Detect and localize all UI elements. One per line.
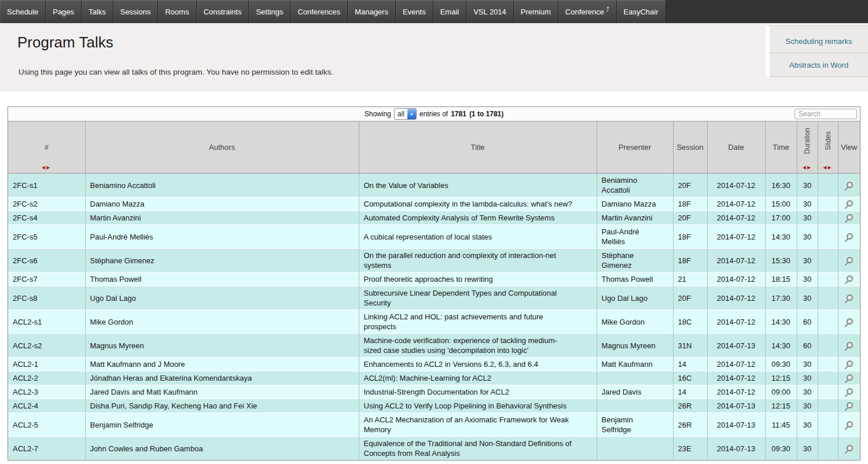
entries-prefix: entries of bbox=[420, 110, 448, 118]
talk-duration: 30 bbox=[797, 272, 818, 286]
talk-title: Machine-code verification: experience of… bbox=[359, 334, 597, 358]
talk-view-cell bbox=[838, 334, 860, 358]
table-row: 2FC-s7 Thomas Powell Proof theoretic app… bbox=[8, 272, 860, 286]
talks-table: # ◀▶ Authors Title Presenter Session Dat… bbox=[8, 121, 860, 460]
col-header-number[interactable]: # ◀▶ bbox=[8, 121, 85, 174]
nav-tab-rooms[interactable]: Rooms bbox=[158, 0, 196, 23]
talk-session: 31N bbox=[673, 334, 707, 358]
view-magnifier-icon[interactable] bbox=[844, 360, 854, 369]
talk-time: 14:30 bbox=[765, 225, 797, 249]
talk-slides bbox=[818, 249, 838, 272]
view-magnifier-icon[interactable] bbox=[844, 318, 854, 327]
view-magnifier-icon[interactable] bbox=[844, 257, 854, 266]
nav-tab-label: Settings bbox=[256, 8, 283, 16]
col-header-date: Date bbox=[707, 121, 765, 174]
talk-id: ACL2-7 bbox=[8, 437, 85, 461]
nav-tab-email[interactable]: Email bbox=[433, 0, 467, 23]
sort-arrows-icon[interactable]: ◀▶ bbox=[823, 165, 832, 170]
talk-slides bbox=[818, 174, 838, 197]
talk-title: ACL2(ml): Machine-Learning for ACL2 bbox=[359, 371, 597, 385]
view-magnifier-icon[interactable] bbox=[844, 275, 854, 284]
view-magnifier-icon[interactable] bbox=[844, 294, 854, 303]
view-magnifier-icon[interactable] bbox=[844, 421, 854, 430]
view-magnifier-icon[interactable] bbox=[844, 214, 854, 223]
nav-tab-premium[interactable]: Premium bbox=[514, 0, 558, 23]
table-row: ACL2-5 Benjamin Selfridge An ACL2 Mechan… bbox=[8, 413, 860, 437]
col-header-slides[interactable]: Slides ◀▶ bbox=[818, 121, 838, 174]
talk-date: 2014-07-12 bbox=[707, 385, 765, 399]
sort-arrows-icon[interactable]: ◀▶ bbox=[42, 165, 51, 170]
view-magnifier-icon[interactable] bbox=[844, 342, 854, 351]
nav-tab-constraints[interactable]: Constraints bbox=[197, 0, 249, 23]
view-magnifier-icon[interactable] bbox=[844, 233, 854, 242]
nav-tab-settings[interactable]: Settings bbox=[249, 0, 290, 23]
view-magnifier-icon[interactable] bbox=[844, 445, 854, 454]
nav-tab-label: Events bbox=[403, 8, 426, 16]
talk-presenter bbox=[597, 371, 673, 385]
talk-slides bbox=[818, 399, 838, 413]
talk-time: 12:15 bbox=[765, 399, 797, 413]
talk-duration: 30 bbox=[797, 225, 818, 249]
search-input[interactable] bbox=[795, 109, 857, 119]
nav-tab-pages[interactable]: Pages bbox=[46, 0, 82, 23]
side-link-scheduling-remarks[interactable]: Scheduling remarks bbox=[770, 30, 868, 53]
nav-tab-vsl-2014[interactable]: VSL 2014 bbox=[466, 0, 514, 23]
talk-authors: John Cowles and Ruben Gamboa bbox=[85, 437, 359, 461]
talk-duration: 30 bbox=[797, 286, 818, 310]
talk-authors: Paul-André Melliès bbox=[85, 225, 359, 249]
nav-tab-schedule[interactable]: Schedule bbox=[0, 0, 46, 23]
talk-authors: Benjamin Selfridge bbox=[85, 413, 359, 437]
talk-id: 2FC-s6 bbox=[8, 249, 85, 272]
entries-per-page-select[interactable]: all ▼ bbox=[394, 108, 417, 120]
view-magnifier-icon[interactable] bbox=[844, 182, 854, 190]
talk-duration: 30 bbox=[797, 174, 818, 197]
talk-view-cell bbox=[838, 385, 860, 399]
talk-presenter: Martin Avanzini bbox=[597, 211, 673, 225]
nav-tab-talks[interactable]: Talks bbox=[82, 0, 113, 23]
talk-presenter: Paul-André Melliès bbox=[597, 225, 673, 249]
talk-duration: 30 bbox=[797, 371, 818, 385]
table-row: ACL2-4 Disha Puri, Sandip Ray, Kecheng H… bbox=[8, 399, 860, 413]
talk-session: 20F bbox=[673, 286, 707, 310]
side-link-abstracts-in-word[interactable]: Abstracts in Word bbox=[770, 53, 868, 77]
nav-tab-managers[interactable]: Managers bbox=[348, 0, 396, 23]
view-magnifier-icon[interactable] bbox=[844, 200, 854, 209]
talk-time: 09:30 bbox=[765, 437, 797, 461]
talk-view-cell bbox=[838, 225, 860, 249]
sort-arrows-icon[interactable]: ◀▶ bbox=[803, 165, 812, 170]
nav-tab-events[interactable]: Events bbox=[396, 0, 433, 23]
nav-tab-conferences[interactable]: Conferences bbox=[290, 0, 348, 23]
talk-view-cell bbox=[838, 211, 860, 225]
talk-authors: Mike Gordon bbox=[85, 310, 359, 334]
nav-tab-easychair[interactable]: EasyChair bbox=[617, 0, 666, 23]
talk-title: Computational complexity in the lambda-c… bbox=[359, 197, 597, 211]
view-magnifier-icon[interactable] bbox=[844, 374, 854, 383]
col-header-duration[interactable]: Duration ◀▶ bbox=[797, 121, 818, 174]
talk-id: 2FC-s4 bbox=[8, 211, 85, 225]
page-header-band: Program Talks Using this page you can vi… bbox=[0, 23, 868, 91]
talk-id: ACL2-4 bbox=[8, 399, 85, 413]
talk-time: 14:30 bbox=[765, 310, 797, 334]
talk-slides bbox=[818, 437, 838, 461]
view-magnifier-icon[interactable] bbox=[844, 402, 854, 411]
talk-slides bbox=[818, 310, 838, 334]
talk-date: 2014-07-12 bbox=[707, 272, 765, 286]
talks-table-container: Showing all ▼ entries of 1781 (1 to 1781… bbox=[8, 106, 860, 461]
nav-tab-label: VSL 2014 bbox=[473, 8, 506, 16]
talk-date: 2014-07-12 bbox=[707, 310, 765, 334]
talk-date: 2014-07-13 bbox=[707, 413, 765, 437]
talk-duration: 30 bbox=[797, 399, 818, 413]
table-row: 2FC-s4 Martin Avanzini Automated Complex… bbox=[8, 211, 860, 225]
nav-tab-conference[interactable]: Conference ⤴ bbox=[558, 0, 617, 23]
talk-authors: Ugo Dal Lago bbox=[85, 286, 359, 310]
talk-authors: Beniamino Accattoli bbox=[85, 174, 359, 197]
nav-tab-sessions[interactable]: Sessions bbox=[113, 0, 159, 23]
col-header-authors: Authors bbox=[85, 121, 359, 174]
talk-title: Industrial-Strength Documentation for AC… bbox=[359, 385, 597, 399]
nav-tab-label: Constraints bbox=[204, 8, 242, 16]
talk-presenter: Damiano Mazza bbox=[597, 197, 673, 211]
col-label: Authors bbox=[209, 143, 235, 152]
talk-duration: 60 bbox=[797, 334, 818, 358]
view-magnifier-icon[interactable] bbox=[844, 388, 854, 397]
talk-title: Using ACL2 to Verify Loop Pipelining in … bbox=[359, 399, 597, 413]
